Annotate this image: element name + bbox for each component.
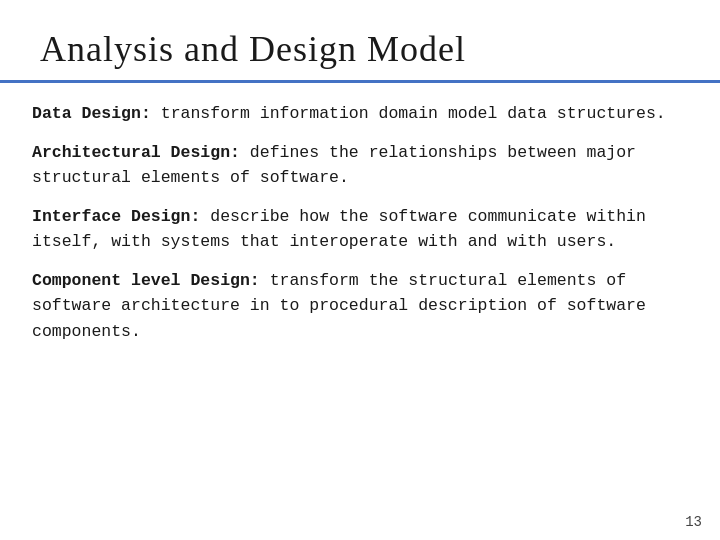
title-area: Analysis and Design Model [0,0,720,80]
content-area: Data Design: transform information domai… [0,83,720,368]
item-architectural-design: Architectural Design: defines the relati… [32,140,688,190]
item-label-component-design: Component level Design: [32,271,260,290]
item-label-interface-design: Interface Design: [32,207,200,226]
item-label-data-design: Data Design: [32,104,151,123]
page-number: 13 [685,514,702,530]
item-component-design: Component level Design: transform the st… [32,268,688,343]
slide: Analysis and Design Model Data Design: t… [0,0,720,540]
item-text-data-design: transform information domain model data … [151,104,666,123]
item-label-architectural-design: Architectural Design: [32,143,240,162]
item-data-design: Data Design: transform information domai… [32,101,688,126]
slide-title: Analysis and Design Model [40,28,680,70]
item-interface-design: Interface Design: describe how the softw… [32,204,688,254]
